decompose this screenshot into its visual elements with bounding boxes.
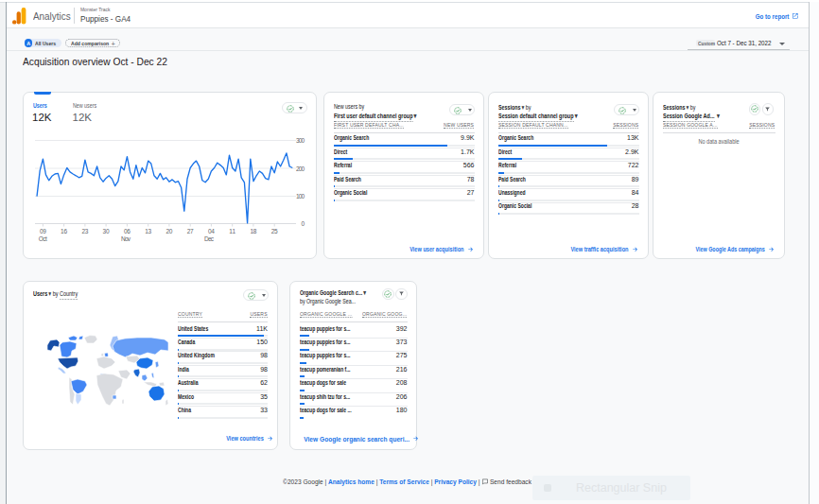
svg-text:27: 27 (187, 228, 194, 235)
svg-text:200: 200 (296, 165, 305, 172)
svg-text:16: 16 (61, 228, 67, 235)
svg-text:18: 18 (250, 228, 256, 235)
svg-text:13: 13 (145, 228, 151, 235)
svg-text:20: 20 (166, 228, 172, 235)
svg-text:30: 30 (103, 228, 110, 235)
svg-text:25: 25 (271, 228, 278, 235)
svg-text:06: 06 (124, 228, 131, 235)
svg-text:300: 300 (296, 137, 305, 144)
svg-text:0: 0 (301, 220, 305, 227)
svg-text:23: 23 (81, 228, 88, 235)
svg-text:Nov: Nov (121, 235, 131, 242)
svg-text:100: 100 (296, 193, 305, 200)
svg-text:09: 09 (40, 228, 46, 235)
svg-text:Dec: Dec (204, 235, 215, 242)
svg-text:04: 04 (208, 228, 215, 235)
svg-text:Oct: Oct (39, 235, 47, 242)
svg-text:11: 11 (229, 228, 235, 235)
